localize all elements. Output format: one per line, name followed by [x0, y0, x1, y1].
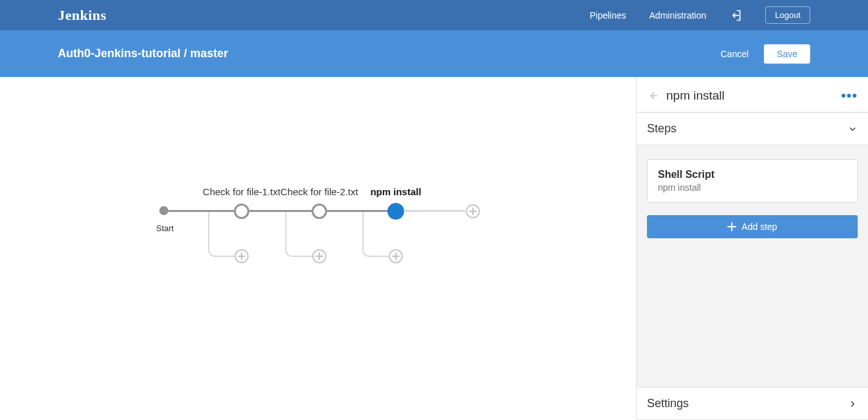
stage-label[interactable]: npm install: [370, 186, 421, 197]
more-icon[interactable]: •••: [841, 92, 858, 99]
branch-connector: [285, 212, 314, 257]
logout-button[interactable]: Logout: [765, 6, 810, 24]
back-arrow-icon[interactable]: [647, 90, 659, 101]
top-nav: Pipelines Administration Logout: [590, 6, 810, 24]
add-stage-button[interactable]: [466, 204, 480, 218]
chevron-down-icon: [847, 124, 858, 134]
branch-connector: [208, 212, 236, 257]
settings-heading: Settings: [647, 397, 689, 410]
save-button[interactable]: Save: [764, 44, 810, 64]
chevron-right-icon: [847, 399, 858, 409]
start-label: Start: [156, 223, 173, 233]
connector: [405, 210, 465, 212]
panel-title: npm install: [666, 89, 725, 103]
main-area: Start Check for file-1.txt Check for fil…: [0, 77, 868, 420]
stage-node[interactable]: [312, 204, 327, 219]
stage-node-selected[interactable]: [387, 203, 404, 220]
step-card[interactable]: Shell Script npm install: [647, 159, 858, 202]
pipeline-canvas: Start Check for file-1.txt Check for fil…: [0, 77, 636, 420]
settings-section-header[interactable]: Settings: [637, 387, 868, 420]
start-node: [159, 206, 168, 215]
top-bar: Jenkins Pipelines Administration Logout: [0, 0, 868, 30]
add-step-label: Add step: [741, 222, 777, 232]
brand-logo: Jenkins: [58, 7, 107, 24]
stage-label[interactable]: Check for file-2.txt: [281, 186, 359, 197]
side-panel: npm install ••• Steps Shell Script npm i…: [636, 77, 868, 420]
sub-header: Auth0-Jenkins-tutorial / master Cancel S…: [0, 30, 868, 77]
add-step-button[interactable]: Add step: [647, 215, 858, 238]
steps-section-header[interactable]: Steps: [637, 112, 868, 145]
exit-icon[interactable]: [729, 9, 742, 22]
stage-node[interactable]: [234, 204, 249, 219]
nav-pipelines[interactable]: Pipelines: [590, 10, 626, 21]
cancel-button[interactable]: Cancel: [720, 49, 748, 59]
breadcrumb: Auth0-Jenkins-tutorial / master: [58, 47, 228, 60]
add-parallel-button[interactable]: [389, 249, 403, 263]
step-title: Shell Script: [658, 169, 847, 180]
nav-administration[interactable]: Administration: [650, 10, 707, 21]
steps-heading: Steps: [647, 122, 677, 136]
add-parallel-button[interactable]: [235, 249, 249, 263]
steps-body: Shell Script npm install Add step: [637, 145, 868, 387]
stage-label[interactable]: Check for file-1.txt: [203, 186, 281, 197]
sub-header-actions: Cancel Save: [720, 44, 810, 64]
panel-header: npm install •••: [637, 77, 868, 112]
add-parallel-button[interactable]: [312, 249, 326, 263]
branch-connector: [362, 212, 391, 257]
step-subtitle: npm install: [658, 182, 847, 193]
plus-icon: [727, 222, 736, 231]
